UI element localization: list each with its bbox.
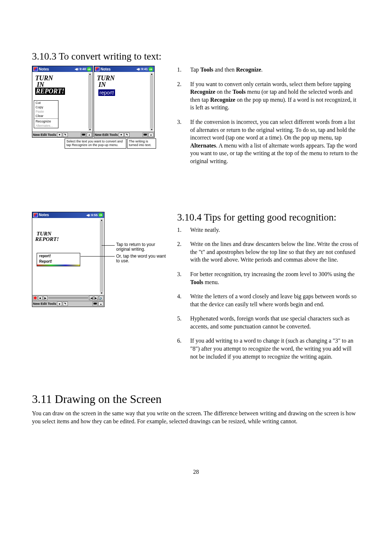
speaker-icon: ◀ε (75, 67, 79, 71)
annotation-2: Or, tap the word you want to use. (116, 254, 167, 264)
app-title: Notes (39, 67, 49, 71)
screenshot-notes-alternates: Notes ◀ε 9:55 ok TURN REPORT! report! Re… (32, 212, 105, 307)
up-icon: ▲ (148, 133, 154, 137)
prev-icon: |◀ (89, 296, 93, 300)
scrollbar: ▲▼ (150, 73, 154, 131)
record-icon: ■ (57, 133, 62, 137)
body-3-11: You can draw on the screen in the same w… (32, 409, 360, 425)
status-time: 9:40 (79, 67, 86, 71)
keyboard-icon: ⌨ (143, 133, 148, 137)
converted-word: report! (98, 89, 115, 96)
bottom-bar: New Edit Tools ■ ✎ ⌨▲ (94, 132, 154, 137)
scrollbar: ▲▼ (100, 219, 103, 294)
handwriting-area: TURN REPORT! (33, 219, 100, 243)
ok-button: ok (148, 67, 153, 72)
alternates-popup: report! Report! (37, 253, 80, 266)
app-title: Notes (101, 67, 111, 71)
up-icon: ▲ (98, 302, 103, 306)
section-title-3-10-3: 3.10.3 To convert writing to text: (32, 51, 360, 62)
bottom-bar: New Edit Tools ■ ✎ ⌨▲ (32, 132, 93, 137)
status-time: 9:41 (141, 67, 148, 71)
start-icon (33, 67, 38, 71)
menu-alternates: Alternates... (34, 124, 58, 128)
annotation-1: Tap to return to your original writing. (116, 242, 163, 253)
record-icon (34, 296, 37, 299)
up-icon: ▲ (87, 133, 92, 137)
section-title-3-11: 3.11 Drawing on the Screen (32, 392, 360, 406)
pen-icon: ✎ (63, 133, 68, 137)
menu-paste: Paste (34, 109, 58, 114)
pen-icon: ✎ (124, 133, 130, 137)
start-icon (95, 67, 99, 71)
steps-3-10-4: 1.Write neatly. 2.Write on the lines and… (177, 226, 360, 361)
menu-clear: Clear (34, 114, 58, 118)
screenshot-notes-converted: Notes ◀ε 9:41 ok TURN IN report! ▲▼ New … (94, 66, 155, 138)
status-time: 9:55 (91, 213, 98, 217)
pen-icon: ✎ (63, 302, 68, 306)
menu-recognize: Recognize (34, 119, 58, 124)
bottom-bar: New Edit Tools ■ ✎ ⌨▲ (32, 301, 104, 307)
menu-cut: Cut (34, 101, 58, 105)
menu-copy: Copy (34, 105, 58, 109)
handwriting-area: TURN IN (95, 73, 150, 89)
stop-icon: ■ (38, 296, 42, 300)
caption-left: Select the text you want to convert and … (65, 138, 126, 149)
caption-right: The writing is turned into text. (127, 138, 156, 149)
alt-item-1: report! (37, 253, 80, 259)
page-number: 28 (32, 469, 360, 475)
alt-item-2: Report! (37, 259, 80, 264)
keyboard-icon: ⌨ (81, 133, 86, 137)
section-title-3-10-4: 3.10.4 Tips for getting good recognition… (177, 212, 360, 223)
screenshot-notes-popup: Notes ◀ε 9:40 ok TURN IN REPORT! Cut Cop… (32, 66, 93, 138)
play-bar: ■ ▶ |◀ ▶| 🔊 (32, 295, 104, 301)
ok-button: ok (98, 213, 103, 217)
next-icon: ▶| (94, 296, 98, 300)
context-popup: Cut Copy Paste Clear Recognize Alternate… (34, 100, 58, 128)
speaker-icon: ◀ε (136, 67, 140, 71)
speaker-icon: ◀ε (86, 213, 90, 217)
handwriting-area: TURN IN REPORT! (33, 73, 88, 95)
app-title: Notes (39, 213, 49, 217)
record-icon: ■ (57, 302, 62, 306)
start-icon (33, 213, 38, 217)
keyboard-icon: ⌨ (93, 302, 98, 306)
volume-icon: 🔊 (99, 296, 103, 300)
record-icon: ■ (119, 133, 124, 137)
steps-3-10-3: 1.Tap Tools and then Recognize. 2.If you… (177, 66, 360, 165)
scrollbar: ▲▼ (88, 73, 92, 131)
play-icon: ▶ (43, 296, 48, 300)
ok-button: ok (87, 67, 91, 72)
